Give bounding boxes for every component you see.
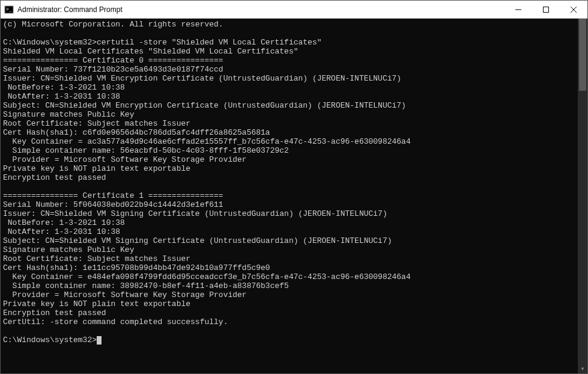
output-line: Root Certificate: Subject matches Issuer bbox=[3, 254, 190, 263]
output-line: Root Certificate: Subject matches Issuer bbox=[3, 119, 190, 128]
output-line: Serial Number: 737f1210b23ce5a6493d3e018… bbox=[3, 65, 223, 74]
console-area: (c) Microsoft Corporation. All rights re… bbox=[1, 19, 587, 373]
output-line: Key Container = e484efa098f4799fdd6d95cc… bbox=[3, 272, 411, 281]
maximize-button[interactable] bbox=[532, 1, 560, 18]
output-line: Subject: CN=Shielded VM Signing Certific… bbox=[3, 236, 392, 245]
output-line: Simple container name: 56eacbfd-50bc-4c0… bbox=[3, 146, 289, 155]
close-button[interactable] bbox=[560, 1, 587, 18]
svg-text:>_: >_ bbox=[6, 7, 12, 12]
output-line: Private key is NOT plain text exportable bbox=[3, 299, 190, 308]
prompt-line: C:\Windows\system32> bbox=[3, 336, 97, 345]
output-line: Serial Number: 5f064038ebd022b94c14442d3… bbox=[3, 200, 223, 209]
output-line: NotAfter: 1-3-2031 10:38 bbox=[3, 92, 120, 101]
output-line: NotAfter: 1-3-2031 10:38 bbox=[3, 227, 120, 236]
cursor bbox=[97, 336, 102, 345]
command-prompt-window: >_ Administrator: Command Prompt (c) Mic… bbox=[0, 0, 588, 374]
output-line: Issuer: CN=Shielded VM Encryption Certif… bbox=[3, 74, 401, 83]
console-output[interactable]: (c) Microsoft Corporation. All rights re… bbox=[1, 19, 578, 373]
output-line: (c) Microsoft Corporation. All rights re… bbox=[3, 20, 223, 29]
scroll-down-arrow[interactable]: ▼ bbox=[578, 364, 587, 373]
output-line: NotBefore: 1-3-2021 10:38 bbox=[3, 83, 125, 92]
svg-rect-3 bbox=[544, 7, 549, 12]
output-line: Provider = Microsoft Software Key Storag… bbox=[3, 290, 247, 299]
output-line: Encryption test passed bbox=[3, 173, 106, 182]
vertical-scrollbar[interactable]: ▲ ▼ bbox=[578, 19, 587, 373]
output-line: ================ Certificate 0 =========… bbox=[3, 56, 223, 65]
output-line: Provider = Microsoft Software Key Storag… bbox=[3, 155, 247, 164]
window-title: Administrator: Command Prompt bbox=[17, 5, 505, 14]
output-line: NotBefore: 1-3-2021 10:38 bbox=[3, 218, 125, 227]
minimize-button[interactable] bbox=[505, 1, 532, 18]
output-line: Shielded VM Local Certificates "Shielded… bbox=[3, 47, 298, 56]
output-line: Cert Hash(sha1): c6fd0e9656d4bc786dd5afc… bbox=[3, 128, 270, 137]
output-line: Issuer: CN=Shielded VM Signing Certifica… bbox=[3, 209, 387, 218]
output-line: C:\Windows\system32>certutil -store "Shi… bbox=[3, 38, 322, 47]
output-line: Private key is NOT plain text exportable bbox=[3, 164, 190, 173]
window-controls bbox=[505, 1, 587, 18]
app-icon: >_ bbox=[4, 5, 14, 14]
output-line: Simple container name: 38982470-b8ef-4f1… bbox=[3, 281, 289, 290]
output-line: Signature matches Public Key bbox=[3, 110, 134, 119]
scrollbar-thumb[interactable] bbox=[579, 19, 586, 91]
output-line: Subject: CN=Shielded VM Encryption Certi… bbox=[3, 101, 406, 110]
output-line: CertUtil: -store command completed succe… bbox=[3, 317, 228, 326]
output-line: Key Container = ac3a577a49d9c46ae6cffad2… bbox=[3, 137, 411, 146]
output-line: Encryption test passed bbox=[3, 308, 106, 317]
output-line: Signature matches Public Key bbox=[3, 245, 134, 254]
output-line: ================ Certificate 1 =========… bbox=[3, 191, 223, 200]
titlebar[interactable]: >_ Administrator: Command Prompt bbox=[1, 1, 587, 19]
output-line: Cert Hash(sha1): 1e11cc95708b99d4bb47de9… bbox=[3, 263, 270, 272]
